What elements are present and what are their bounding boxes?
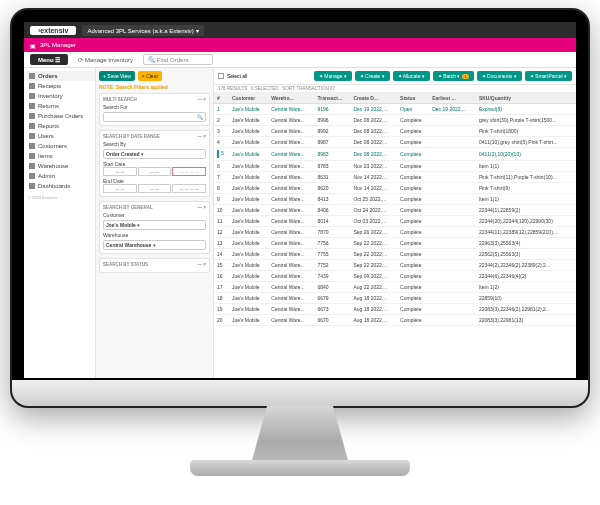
sidebar-item-label: Purchase Orders	[38, 113, 83, 119]
sidebar: OrdersReceiptsInventoryReturnsPurchase O…	[24, 68, 96, 378]
col-status[interactable]: Status	[397, 93, 429, 104]
nav-icon	[29, 173, 35, 179]
table-row[interactable]: 11Joe's MobileCentral Ware...8014Oct 03 …	[214, 216, 576, 227]
batch-button[interactable]: ✦ Batch ▾	[433, 71, 474, 81]
table-row[interactable]: 13Joe's MobileCentral Ware...7756Sep 22 …	[214, 238, 576, 249]
table-row[interactable]: 5Joe's MobileCentral Ware...8983Dec 08 2…	[214, 148, 576, 161]
multi-search-input[interactable]: 🔍	[103, 112, 206, 122]
col-transact[interactable]: Transact...	[314, 93, 350, 104]
customer-label: Customer	[103, 212, 206, 218]
end-yyyy[interactable]: — — — —	[172, 184, 206, 193]
create-button[interactable]: ✦ Create ▾	[355, 71, 390, 81]
filter-panel: + Save View × Clear NOTE: Search Filters…	[96, 68, 214, 378]
customer-select[interactable]: Joe's Mobile ▾	[103, 220, 206, 230]
table-row[interactable]: 8Joe's MobileCentral Ware...8620Nov 14 2…	[214, 183, 576, 194]
table-row[interactable]: 2Joe's MobileCentral Ware...8996Dec 08 2…	[214, 115, 576, 126]
sidebar-item-reports[interactable]: Reports	[24, 121, 95, 131]
menu-toggle[interactable]: Menu ☰	[30, 54, 68, 65]
nav-icon	[29, 183, 35, 189]
sidebar-item-customers[interactable]: Customers	[24, 141, 95, 151]
col-skuquantity[interactable]: SKU/Quantity	[476, 93, 576, 104]
col-wareho[interactable]: Wareho...	[268, 93, 314, 104]
table-row[interactable]: 6Joe's MobileCentral Ware...8783Nov 23 2…	[214, 161, 576, 172]
end-mm[interactable]: — —	[103, 184, 137, 193]
orders-table: #CustomerWareho...Transact...Create D...…	[214, 93, 576, 326]
monitor-foot	[190, 460, 410, 476]
nav-icon	[29, 143, 35, 149]
app-banner: ▣ 3PL Manager	[24, 38, 576, 52]
documents-button[interactable]: ✦ Documents ▾	[477, 71, 522, 81]
monitor-stand	[245, 406, 355, 466]
select-all-label: Select all	[227, 73, 247, 79]
table-row[interactable]: 1Joe's MobileCentral Ware...9196Dec 19 2…	[214, 104, 576, 115]
allocate-button[interactable]: ✦ Allocate ▾	[393, 71, 430, 81]
table-row[interactable]: 10Joe's MobileCentral Ware...8406Oct 24 …	[214, 205, 576, 216]
sidebar-item-label: Dashboards	[38, 183, 70, 189]
multi-search-label: Search For	[103, 104, 206, 110]
date-searchby-select[interactable]: Order Created ▾	[103, 149, 206, 159]
nav-icon	[29, 103, 35, 109]
main-content: Select all ✦ Manage ▾✦ Create ▾✦ Allocat…	[214, 68, 576, 378]
sidebar-item-label: Orders	[38, 73, 58, 79]
sidebar-item-purchase-orders[interactable]: Purchase Orders	[24, 111, 95, 121]
grid-toolbar: Select all ✦ Manage ▾✦ Create ▾✦ Allocat…	[214, 68, 576, 85]
sidebar-item-orders[interactable]: Orders	[24, 71, 95, 81]
org-selector[interactable]: Advanced 3PL Services (a.k.a Extensiv) ▾	[82, 25, 203, 36]
start-dd[interactable]: — —	[138, 167, 172, 176]
sidebar-item-items[interactable]: Items	[24, 151, 95, 161]
sidebar-item-label: Reports	[38, 123, 59, 129]
table-row[interactable]: 14Joe's MobileCentral Ware...7755Sep 22 …	[214, 249, 576, 260]
find-orders-search[interactable]: 🔍 Find Orders	[143, 54, 213, 65]
sidebar-item-label: Returns	[38, 103, 59, 109]
nav-icon	[29, 163, 35, 169]
results-meta: 176 RESULTS 0 SELECTED SORT: TRANSACTION…	[214, 85, 576, 93]
sidebar-item-receipts[interactable]: Receipts	[24, 81, 95, 91]
sidebar-item-label: Receipts	[38, 83, 61, 89]
manage-button[interactable]: ✦ Manage ▾	[314, 71, 352, 81]
sidebar-item-users[interactable]: Users	[24, 131, 95, 141]
sidebar-item-warehouse[interactable]: Warehouse	[24, 161, 95, 171]
table-row[interactable]: 15Joe's MobileCentral Ware...7752Sep 22 …	[214, 260, 576, 271]
start-mm[interactable]: — —	[103, 167, 137, 176]
sidebar-item-label: Inventory	[38, 93, 63, 99]
warehouse-select[interactable]: Central Warehouse ▾	[103, 240, 206, 250]
group-multi-search: MULTI SEARCH— × Search For 🔍	[99, 93, 210, 126]
col-created[interactable]: Create D...	[350, 93, 397, 104]
table-row[interactable]: 7Joe's MobileCentral Ware...8631Nov 14 2…	[214, 172, 576, 183]
date-searchby-label: Search By	[103, 141, 206, 147]
col-customer[interactable]: Customer	[229, 93, 268, 104]
start-yyyy[interactable]: — — — —	[172, 167, 206, 176]
nav-icon	[29, 93, 35, 99]
table-row[interactable]: 9Joe's MobileCentral Ware...8413Oct 25 2…	[214, 194, 576, 205]
sidebar-item-inventory[interactable]: Inventory	[24, 91, 95, 101]
nav-icon	[29, 83, 35, 89]
table-row[interactable]: 3Joe's MobileCentral Ware...8992Dec 08 2…	[214, 126, 576, 137]
table-row[interactable]: 18Joe's MobileCentral Ware...6679Aug 18 …	[214, 293, 576, 304]
sidebar-item-dashboards[interactable]: Dashboards	[24, 181, 95, 191]
nav-icon	[29, 123, 35, 129]
sidebar-item-admin[interactable]: Admin	[24, 171, 95, 181]
clear-filters-button[interactable]: × Clear	[138, 71, 162, 81]
group-status: SEARCH BY STATUS— ×	[99, 258, 210, 273]
col-earliest[interactable]: Earliest ...	[429, 93, 476, 104]
table-row[interactable]: 16Joe's MobileCentral Ware...7439Sep 09 …	[214, 271, 576, 282]
end-dd[interactable]: — —	[138, 184, 172, 193]
table-row[interactable]: 12Joe's MobileCentral Ware...7870Sep 26 …	[214, 227, 576, 238]
copyright: © 2023 Extensiv	[24, 191, 95, 204]
smartparcel-button[interactable]: ✦ SmartParcel ▾	[525, 71, 572, 81]
group-date-range: SEARCH BY DATE RANGE— × Search By Order …	[99, 130, 210, 197]
table-row[interactable]: 20Joe's MobileCentral Ware...6670Aug 18 …	[214, 315, 576, 326]
nav-manage-inventory[interactable]: ⟳ Manage Inventory	[78, 56, 133, 63]
table-row[interactable]: 17Joe's MobileCentral Ware...6840Aug 22 …	[214, 282, 576, 293]
col-[interactable]: #	[214, 93, 229, 104]
table-row[interactable]: 19Joe's MobileCentral Ware...6673Aug 18 …	[214, 304, 576, 315]
nav-icon	[29, 113, 35, 119]
sidebar-item-label: Users	[38, 133, 54, 139]
select-all-checkbox[interactable]	[218, 73, 224, 79]
monitor-frame: ›extensiv Advanced 3PL Services (a.k.a E…	[10, 8, 590, 408]
table-row[interactable]: 4Joe's MobileCentral Ware...8987Dec 08 2…	[214, 137, 576, 148]
sidebar-item-returns[interactable]: Returns	[24, 101, 95, 111]
screen: ›extensiv Advanced 3PL Services (a.k.a E…	[24, 22, 576, 378]
titlebar: ›extensiv Advanced 3PL Services (a.k.a E…	[24, 22, 576, 38]
save-view-button[interactable]: + Save View	[99, 71, 135, 81]
